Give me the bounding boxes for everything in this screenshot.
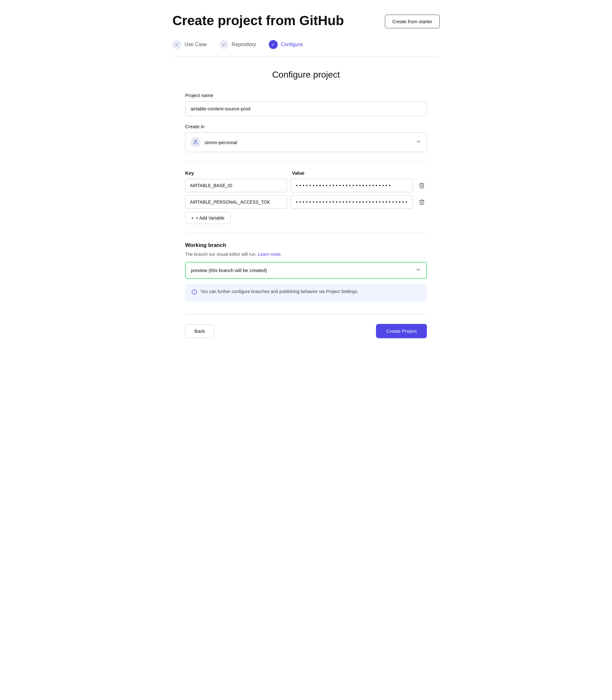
step-configure-label: Configure <box>281 42 303 47</box>
project-name-label: Project name <box>185 93 427 98</box>
vars-header: Key Value <box>185 170 427 176</box>
step-repository-circle: ✓ <box>220 40 228 49</box>
info-box: You can further configure branches and p… <box>185 284 427 301</box>
working-branch-section: Working branch The branch our visual edi… <box>185 242 427 301</box>
branch-divider <box>185 233 427 233</box>
step-use-case: ✓ Use Case <box>172 40 207 49</box>
variables-section: Key Value <box>185 170 427 224</box>
variable-row-1 <box>185 195 427 209</box>
variables-divider <box>185 161 427 161</box>
configure-section: Configure project Project name Create in <box>172 70 440 338</box>
info-text: You can further configure branches and p… <box>200 289 359 294</box>
add-variable-label: + Add Variable <box>196 216 224 220</box>
value-column-header: Value <box>292 170 427 176</box>
var-value-input-1[interactable] <box>291 195 413 209</box>
create-from-starter-button[interactable]: Create from starter <box>385 15 440 28</box>
form-container: Project name Create in simon-personal <box>185 93 427 338</box>
plus-icon: + <box>191 216 194 220</box>
learn-more-link[interactable]: Learn more. <box>258 252 282 257</box>
action-row: Back Create Project <box>185 324 427 338</box>
create-project-button[interactable]: Create Project <box>376 324 427 338</box>
var-value-input-0[interactable] <box>291 179 413 192</box>
step-repository: ✓ Repository <box>220 40 256 49</box>
stepper-divider <box>172 57 440 57</box>
variable-row-0 <box>185 179 427 192</box>
branch-selected-value: preview (this branch will be created) <box>191 267 267 273</box>
back-button[interactable]: Back <box>185 324 214 338</box>
delete-variable-button-0[interactable] <box>417 181 427 190</box>
check-icon-3: ✓ <box>271 42 275 47</box>
var-key-input-0[interactable] <box>185 179 287 192</box>
project-name-input[interactable] <box>185 101 427 116</box>
step-configure: ✓ Configure <box>269 40 303 49</box>
stepper: ✓ Use Case ✓ Repository ✓ Configure <box>172 40 440 49</box>
create-in-dropdown[interactable]: simon-personal <box>185 132 427 152</box>
var-key-input-1[interactable] <box>185 195 287 209</box>
chevron-down-icon <box>416 139 421 146</box>
step-use-case-circle: ✓ <box>172 40 181 49</box>
configure-title: Configure project <box>272 70 340 80</box>
page-title: Create project from GitHub <box>172 13 344 29</box>
add-variable-button[interactable]: + + Add Variable <box>185 212 231 224</box>
step-use-case-label: Use Case <box>184 42 207 47</box>
create-in-field: Create in simon-personal <box>185 124 427 152</box>
step-repository-label: Repository <box>232 42 256 47</box>
working-branch-heading: Working branch <box>185 242 427 248</box>
delete-variable-button-1[interactable] <box>417 197 427 206</box>
branch-dropdown[interactable]: preview (this branch will be created) <box>185 262 427 279</box>
check-icon: ✓ <box>175 42 179 47</box>
bottom-divider <box>185 314 427 314</box>
branch-chevron-icon <box>415 267 421 274</box>
project-name-field: Project name <box>185 93 427 124</box>
svg-point-0 <box>195 140 197 142</box>
key-column-header: Key <box>185 170 287 176</box>
create-in-label: Create in <box>185 124 427 129</box>
create-in-selected: simon-personal <box>191 137 237 147</box>
branch-description: The branch our visual editor will run. L… <box>185 252 427 257</box>
check-icon-2: ✓ <box>222 42 226 47</box>
user-avatar-icon <box>191 137 201 147</box>
info-icon <box>192 289 197 296</box>
create-in-value: simon-personal <box>205 140 237 145</box>
step-configure-circle: ✓ <box>269 40 278 49</box>
